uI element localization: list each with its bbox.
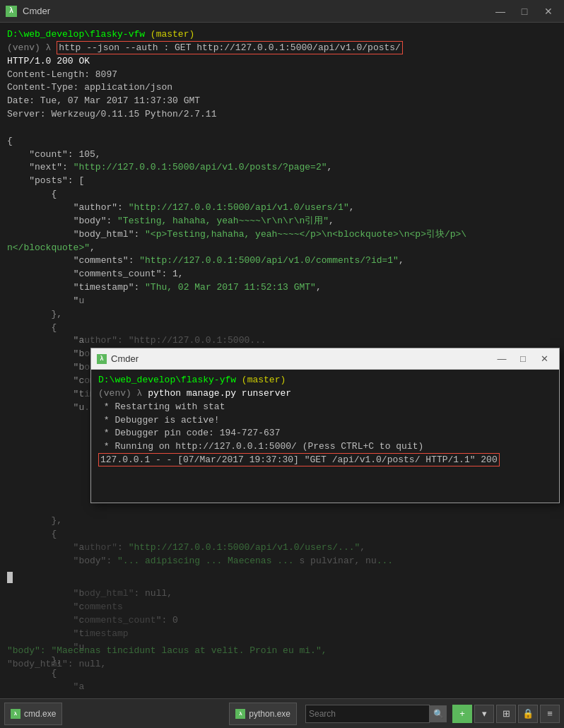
python-label: python.exe	[249, 709, 290, 719]
popup-cmder-window: λ Cmder — □ ✕ D:\web_develop\flasky-yfw …	[90, 348, 560, 503]
popup-out-2: * Debugger is active!	[98, 414, 552, 428]
prompt-path-line: D:\web_develop\flasky-vfw (master)	[7, 28, 557, 42]
search-input-1[interactable]	[309, 709, 426, 719]
taskbar-item-cmd[interactable]: λ cmd.exe	[4, 703, 62, 725]
very-bottom-content: "body": "Maecenas tincidunt lacus at vel…	[0, 645, 564, 671]
taskbar: λ cmd.exe λ python.exe 🔍 + ▾ ⊞ 🔒 ≡	[0, 698, 564, 728]
search-input-wrap-1	[305, 705, 430, 723]
popup-out-3: * Debugger pin code: 194-727-637	[98, 427, 552, 440]
json-timestamp: "timestamp": "Thu, 02 Mar 2017 11:52:13 …	[7, 281, 557, 295]
popup-path-line: D:\web_develop\flasky-yfw (master)	[98, 374, 552, 387]
cursor-area	[7, 570, 557, 585]
json-body: "body": "Testing, hahaha, yeah~~~~\r\n\r…	[7, 215, 557, 228]
search-button-1[interactable]: 🔍	[430, 705, 447, 722]
json-u-partial: "u	[7, 295, 557, 308]
json-obj-open: {	[7, 188, 557, 201]
taskbar-search-1: 🔍	[305, 705, 447, 723]
response-line-2: Content-Length: 8097	[7, 69, 557, 82]
close-button[interactable]: ✕	[539, 4, 558, 18]
log-entry: 127.0.0.1 - - [07/Mar/2017 19:37:30] "GE…	[98, 453, 500, 466]
popup-window-controls: — □ ✕	[493, 353, 553, 365]
main-window-title: Cmder	[23, 6, 490, 16]
json-count: "count": 105,	[7, 148, 557, 162]
menu-button[interactable]: ≡	[540, 705, 560, 723]
popup-window-title: Cmder	[111, 353, 493, 364]
dim-line-2: {	[7, 322, 557, 335]
popup-close-button[interactable]: ✕	[535, 353, 553, 365]
python-icon: λ	[235, 709, 245, 719]
terminal-cursor	[7, 572, 13, 583]
popup-out-1: * Restarting with stat	[98, 401, 552, 414]
dim-line-1: },	[7, 308, 557, 322]
dropdown-button[interactable]: ▾	[474, 705, 494, 723]
popup-out-4: * Running on http://127.0.0.1:5000/ (Pre…	[98, 440, 552, 454]
main-window-controls: — □ ✕	[490, 4, 558, 18]
popup-window-icon: λ	[97, 354, 107, 364]
taskbar-item-python[interactable]: λ python.exe	[229, 703, 297, 725]
json-line-open: {	[7, 135, 557, 148]
popup-log-line: 127.0.0.1 - - [07/Mar/2017 19:37:30] "GE…	[98, 454, 552, 467]
json-next: "next": "http://127.0.0.1:5000/api/v1.0/…	[7, 161, 557, 175]
dim-line-3: "author": "http://127.0.0.1:5000...	[7, 334, 557, 348]
json-body-html-cont: n</blockquote>",	[7, 242, 557, 255]
popup-terminal-content: D:\web_develop\flasky-yfw (master) (venv…	[91, 370, 559, 503]
command-text: http --json --auth : GET http://127.0.0.…	[57, 41, 403, 54]
main-title-bar: λ Cmder — □ ✕	[0, 0, 564, 23]
maximize-button[interactable]: □	[515, 4, 534, 18]
taskbar-actions: + ▾ ⊞ 🔒 ≡	[452, 705, 560, 723]
response-line-4: Date: Tue, 07 Mar 2017 11:37:30 GMT	[7, 95, 557, 108]
split-button[interactable]: ⊞	[496, 705, 516, 723]
popup-maximize-button[interactable]: □	[514, 353, 532, 365]
main-window-icon: λ	[6, 6, 17, 17]
json-comments: "comments": "http://127.0.0.1:5000/api/v…	[7, 254, 557, 268]
blank-line-1	[7, 122, 557, 135]
response-line-3: Content-Type: application/json	[7, 81, 557, 95]
json-body-html: "body_html": "<p>Testing,hahaha, yeah~~~…	[7, 228, 557, 242]
cmd-icon: λ	[11, 709, 20, 719]
cmd-label: cmd.exe	[24, 709, 56, 719]
popup-minimize-button[interactable]: —	[493, 353, 511, 365]
add-tab-button[interactable]: +	[452, 705, 472, 723]
json-author: "author": "http://127.0.0.1:5000/api/v1.…	[7, 201, 557, 215]
json-posts: "posts": [	[7, 175, 557, 188]
lock-button[interactable]: 🔒	[518, 705, 538, 723]
minimize-button[interactable]: —	[490, 4, 510, 18]
popup-command-line: (venv) λ python manage.py runserver	[98, 387, 552, 401]
response-line-5: Server: Werkzeug/0.11.15 Python/2.7.11	[7, 108, 557, 122]
response-line-1: HTTP/1.0 200 OK	[7, 55, 557, 69]
popup-title-bar: λ Cmder — □ ✕	[91, 348, 559, 370]
json-comments-count: "comments_count": 1,	[7, 268, 557, 281]
command-line: (venv) λ http --json --auth : GET http:/…	[7, 42, 557, 55]
